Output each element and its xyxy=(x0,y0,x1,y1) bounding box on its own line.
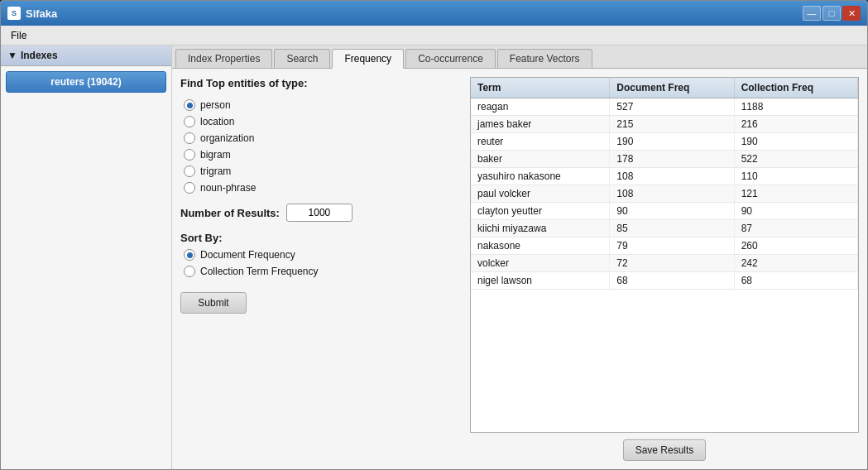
cell-term: clayton yeutter xyxy=(471,203,610,220)
table-row: clayton yeutter9090 xyxy=(471,203,858,220)
tab-frequency[interactable]: Frequency xyxy=(332,49,404,69)
num-results-row: Number of Results: xyxy=(180,204,462,222)
table-row: paul volcker108121 xyxy=(471,185,858,203)
submit-button[interactable]: Submit xyxy=(180,292,247,314)
radio-circle-trigram xyxy=(184,165,195,177)
num-results-input[interactable] xyxy=(286,204,352,222)
cell-doc_freq: 79 xyxy=(610,237,734,255)
window-title: Sifaka xyxy=(26,7,798,20)
results-table: Term Document Freq Collection Freq reaga… xyxy=(471,78,858,290)
cell-doc_freq: 72 xyxy=(610,255,734,272)
radio-trigram[interactable]: trigram xyxy=(184,165,462,177)
table-header-row: Term Document Freq Collection Freq xyxy=(471,78,858,98)
cell-term: yasuhiro nakasone xyxy=(471,168,610,185)
index-item-reuters[interactable]: reuters (19042) xyxy=(6,71,166,93)
panel-body: Find Top entities of type: person locati… xyxy=(172,69,867,469)
table-row: nigel lawson6868 xyxy=(471,272,858,290)
sidebar: ▼ Indexes reuters (19042) xyxy=(1,46,172,469)
cell-doc_freq: 68 xyxy=(610,272,734,290)
cell-coll_freq: 90 xyxy=(734,203,857,220)
cell-doc_freq: 90 xyxy=(610,203,734,220)
file-menu[interactable]: File xyxy=(4,28,33,43)
tabs-bar: Index Properties Search Frequency Co-occ… xyxy=(172,46,867,69)
form-area: Find Top entities of type: person locati… xyxy=(180,77,462,461)
radio-circle-organization xyxy=(184,132,195,144)
cell-coll_freq: 242 xyxy=(734,255,857,272)
cell-doc_freq: 108 xyxy=(610,168,734,185)
radio-circle-coll-term-freq xyxy=(184,266,195,277)
window-controls: — □ ✕ xyxy=(803,6,861,21)
results-table-wrapper[interactable]: Term Document Freq Collection Freq reaga… xyxy=(470,77,859,433)
cell-term: baker xyxy=(471,151,610,168)
save-results-button[interactable]: Save Results xyxy=(623,439,707,461)
radio-person[interactable]: person xyxy=(184,99,462,111)
table-row: reagan5271188 xyxy=(471,98,858,116)
tab-co-occurrence[interactable]: Co-occurrence xyxy=(405,49,496,68)
cell-term: volcker xyxy=(471,255,610,272)
radio-noun-phrase[interactable]: noun-phrase xyxy=(184,182,462,194)
title-bar: S Sifaka — □ ✕ xyxy=(1,1,867,26)
radio-circle-doc-freq xyxy=(184,249,195,261)
radio-circle-location xyxy=(184,116,195,127)
col-header-coll-freq: Collection Freq xyxy=(734,78,857,98)
tab-search[interactable]: Search xyxy=(274,49,330,68)
cell-coll_freq: 190 xyxy=(734,133,857,151)
table-row: yasuhiro nakasone108110 xyxy=(471,168,858,185)
radio-doc-freq[interactable]: Document Frequency xyxy=(184,249,462,261)
cell-doc_freq: 178 xyxy=(610,151,734,168)
col-header-doc-freq: Document Freq xyxy=(610,78,734,98)
table-row: baker178522 xyxy=(471,151,858,168)
cell-doc_freq: 190 xyxy=(610,133,734,151)
radio-coll-term-freq[interactable]: Collection Term Frequency xyxy=(184,266,462,277)
cell-coll_freq: 216 xyxy=(734,116,857,133)
restore-button[interactable]: □ xyxy=(822,6,841,21)
sort-by-label: Sort By: xyxy=(180,232,462,244)
table-row: kiichi miyazawa8587 xyxy=(471,220,858,237)
cell-term: paul volcker xyxy=(471,185,610,203)
radio-circle-person xyxy=(184,99,195,111)
results-area: Term Document Freq Collection Freq reaga… xyxy=(470,77,859,461)
radio-circle-bigram xyxy=(184,149,195,161)
menu-bar: File xyxy=(1,26,867,46)
cell-doc_freq: 85 xyxy=(610,220,734,237)
radio-organization[interactable]: organization xyxy=(184,132,462,144)
cell-coll_freq: 260 xyxy=(734,237,857,255)
expand-icon: ▼ xyxy=(7,50,17,61)
tab-feature-vectors[interactable]: Feature Vectors xyxy=(497,49,592,68)
results-footer: Save Results xyxy=(470,439,859,461)
radio-location[interactable]: location xyxy=(184,116,462,127)
cell-term: reagan xyxy=(471,98,610,116)
cell-coll_freq: 522 xyxy=(734,151,857,168)
sort-group: Document Frequency Collection Term Frequ… xyxy=(184,249,462,277)
table-row: nakasone79260 xyxy=(471,237,858,255)
cell-term: nakasone xyxy=(471,237,610,255)
cell-term: james baker xyxy=(471,116,610,133)
cell-doc_freq: 215 xyxy=(610,116,734,133)
cell-coll_freq: 110 xyxy=(734,168,857,185)
tab-index-properties[interactable]: Index Properties xyxy=(175,49,272,68)
cell-coll_freq: 121 xyxy=(734,185,857,203)
cell-coll_freq: 1188 xyxy=(734,98,857,116)
sort-section: Sort By: Document Frequency Collection T… xyxy=(180,232,462,277)
cell-doc_freq: 108 xyxy=(610,185,734,203)
radio-circle-noun-phrase xyxy=(184,182,195,194)
col-header-term: Term xyxy=(471,78,610,98)
table-row: james baker215216 xyxy=(471,116,858,133)
indexes-label: Indexes xyxy=(21,50,58,61)
entity-type-group: person location organization bigram xyxy=(184,99,462,194)
table-row: volcker72242 xyxy=(471,255,858,272)
main-content: ▼ Indexes reuters (19042) Index Properti… xyxy=(1,46,867,469)
cell-doc_freq: 527 xyxy=(610,98,734,116)
cell-term: nigel lawson xyxy=(471,272,610,290)
minimize-button[interactable]: — xyxy=(803,6,821,21)
cell-coll_freq: 68 xyxy=(734,272,857,290)
main-window: S Sifaka — □ ✕ File ▼ Indexes reuters (1… xyxy=(0,0,868,470)
sidebar-header: ▼ Indexes xyxy=(1,46,171,66)
find-top-label: Find Top entities of type: xyxy=(180,77,462,89)
cell-coll_freq: 87 xyxy=(734,220,857,237)
app-icon: S xyxy=(7,7,21,20)
close-button[interactable]: ✕ xyxy=(842,6,861,21)
cell-term: reuter xyxy=(471,133,610,151)
num-results-label: Number of Results: xyxy=(180,207,280,219)
radio-bigram[interactable]: bigram xyxy=(184,149,462,161)
